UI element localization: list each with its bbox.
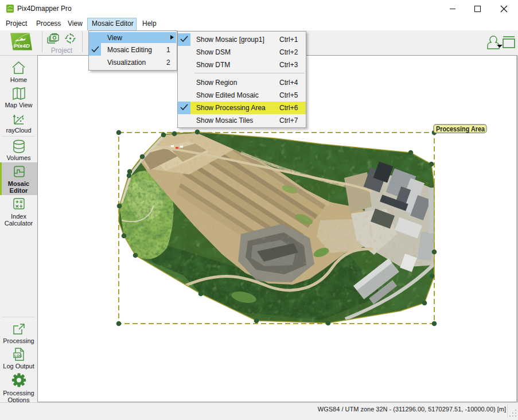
svg-text:Processing Area: Processing Area xyxy=(436,125,485,133)
svg-text:Pix4D: Pix4D xyxy=(14,42,30,49)
svg-text:LOG: LOG xyxy=(14,354,22,357)
